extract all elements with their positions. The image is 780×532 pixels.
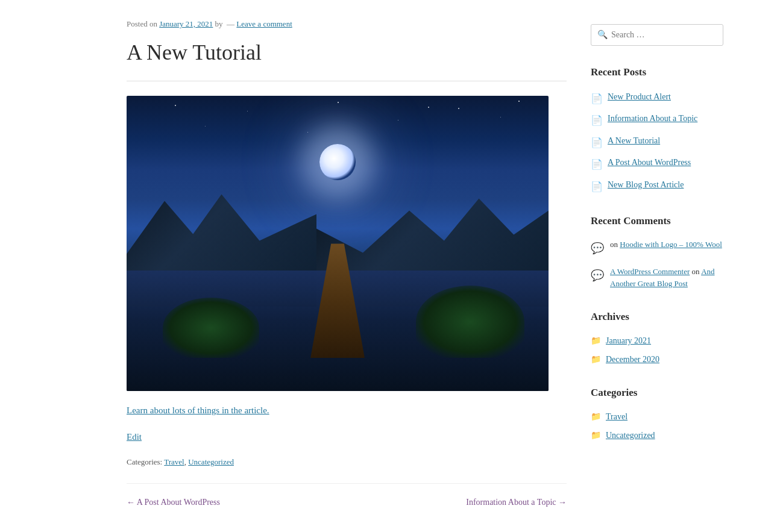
archives-title: Archives <box>591 308 723 325</box>
recent-post-link-1[interactable]: New Product Alert <box>608 90 671 104</box>
post-title: A New Tutorial <box>127 36 567 70</box>
recent-post-link-3[interactable]: A New Tutorial <box>608 134 660 148</box>
post-divider <box>127 81 567 81</box>
post-categories: Categories: Travel, Uncategorized <box>127 456 567 469</box>
categories-list: 📁 Travel 📁 Uncategorized <box>591 410 723 442</box>
doc-icon: 📄 <box>591 179 603 195</box>
leave-comment-link[interactable]: Leave a comment <box>236 19 292 28</box>
comment-icon: 💬 <box>591 267 604 284</box>
recent-posts-list: 📄 New Product Alert 📄 Information About … <box>591 90 723 195</box>
post-content: Learn about lots of things in the articl… <box>127 403 567 418</box>
next-post-link[interactable]: Information About a Topic → <box>466 496 567 509</box>
separator: — <box>227 19 234 28</box>
post-meta: Posted on January 21, 2021 by — Leave a … <box>127 18 567 31</box>
vegetation-left <box>163 298 259 358</box>
main-content: Posted on January 21, 2021 by — Leave a … <box>12 18 567 510</box>
recent-post-link-5[interactable]: New Blog Post Article <box>608 178 684 192</box>
comment-item-1: 💬 on Hoodie with Logo – 100% Wool <box>591 239 723 257</box>
post-date-link[interactable]: January 21, 2021 <box>159 19 213 28</box>
list-item: 📄 Information About a Topic <box>591 112 723 128</box>
vegetation-right <box>416 286 524 358</box>
edit-link[interactable]: Edit <box>127 432 142 442</box>
cat-travel[interactable]: Travel <box>606 410 627 424</box>
search-icon: 🔍 <box>597 28 608 42</box>
category-travel[interactable]: Travel <box>164 457 184 466</box>
commenter-link[interactable]: A WordPress Commenter <box>610 267 690 276</box>
sidebar-archives: Archives 📁 January 2021 📁 December 2020 <box>591 308 723 366</box>
cat-uncategorized[interactable]: Uncategorized <box>606 429 655 442</box>
comment-icon: 💬 <box>591 240 604 257</box>
doc-icon: 📄 <box>591 157 603 172</box>
comment-text-1: on Hoodie with Logo – 100% Wool <box>610 239 722 251</box>
folder-icon: 📁 <box>591 334 601 348</box>
list-item: 📄 A Post About WordPress <box>591 156 723 172</box>
archive-jan-2021[interactable]: January 2021 <box>606 334 651 348</box>
archives-list: 📁 January 2021 📁 December 2020 <box>591 334 723 366</box>
sidebar-recent-comments: Recent Comments 💬 on Hoodie with Logo – … <box>591 213 723 291</box>
post-navigation: ← A Post About WordPress Information Abo… <box>127 483 567 509</box>
list-item: 📁 Uncategorized <box>591 429 723 442</box>
search-input[interactable] <box>611 30 717 40</box>
category-uncategorized[interactable]: Uncategorized <box>188 457 234 466</box>
list-item: 📁 January 2021 <box>591 334 723 348</box>
doc-icon: 📄 <box>591 91 603 107</box>
list-item: 📁 Travel <box>591 410 723 424</box>
post-edit: Edit <box>127 430 567 444</box>
recent-posts-title: Recent Posts <box>591 64 723 80</box>
post-image <box>127 96 549 391</box>
list-item: 📁 December 2020 <box>591 353 723 366</box>
recent-post-link-2[interactable]: Information About a Topic <box>608 112 697 125</box>
folder-icon: 📁 <box>591 353 601 366</box>
list-item: 📄 A New Tutorial <box>591 134 723 151</box>
folder-icon: 📁 <box>591 410 601 424</box>
comment-item-2: 💬 A WordPress Commenter on And Another G… <box>591 266 723 291</box>
posted-on-label: Posted on <box>127 19 157 28</box>
page-wrapper: Posted on January 21, 2021 by — Leave a … <box>0 0 780 528</box>
sidebar-recent-posts: Recent Posts 📄 New Product Alert 📄 Infor… <box>591 64 723 194</box>
comment-text-2: A WordPress Commenter on And Another Gre… <box>610 266 723 291</box>
by-label: by <box>215 19 223 28</box>
search-box[interactable]: 🔍 <box>591 24 723 46</box>
archive-dec-2020[interactable]: December 2020 <box>606 353 659 366</box>
list-item: 📄 New Product Alert <box>591 90 723 107</box>
moon-decoration <box>319 144 356 180</box>
categories-title: Categories <box>591 384 723 401</box>
sidebar: 🔍 Recent Posts 📄 New Product Alert 📄 Inf… <box>591 18 723 510</box>
recent-comments-title: Recent Comments <box>591 213 723 229</box>
folder-icon: 📁 <box>591 429 601 442</box>
sidebar-categories: Categories 📁 Travel 📁 Uncategorized <box>591 384 723 442</box>
comment-link-1[interactable]: Hoodie with Logo – 100% Wool <box>620 240 722 249</box>
categories-label: Categories: <box>127 457 162 466</box>
content-link[interactable]: Learn about lots of things in the articl… <box>127 405 269 415</box>
list-item: 📄 New Blog Post Article <box>591 178 723 195</box>
recent-post-link-4[interactable]: A Post About WordPress <box>608 156 691 169</box>
doc-icon: 📄 <box>591 135 603 151</box>
post-image-wrap <box>127 96 567 391</box>
prev-post-link[interactable]: ← A Post About WordPress <box>127 496 220 509</box>
doc-icon: 📄 <box>591 113 603 128</box>
